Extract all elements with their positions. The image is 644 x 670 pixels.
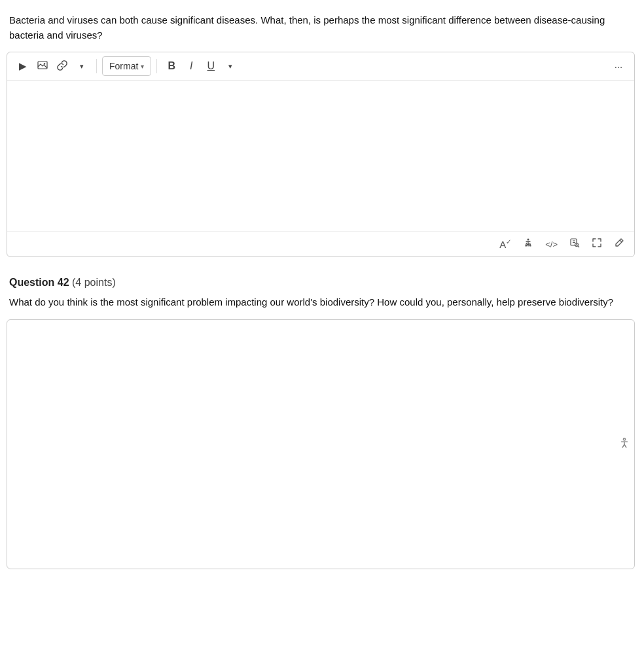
more-icon: ···	[615, 61, 623, 72]
question-42-number: Question 42	[9, 277, 69, 288]
side-icon-42[interactable]	[618, 437, 630, 451]
spellcheck-icon: A✓	[499, 238, 511, 250]
toolbar-group-format: B I U ▾	[162, 57, 240, 75]
bold-icon: B	[168, 60, 176, 72]
svg-line-14	[624, 444, 626, 448]
code-icon: </>	[545, 239, 558, 249]
italic-icon: I	[190, 60, 192, 72]
chevron-down-icon: ▾	[80, 62, 84, 71]
edit-icon	[614, 238, 624, 251]
accessibility-icon	[523, 238, 533, 251]
editor-41: ▶ ▾ Format ▾	[7, 52, 635, 257]
svg-line-9	[620, 240, 622, 242]
play-button[interactable]: ▶	[14, 57, 32, 75]
question-42-text: What do you think is the most significan…	[7, 295, 637, 310]
link-icon	[57, 60, 67, 73]
bottom-toolbar-41: A✓ </>	[7, 231, 634, 256]
code-button[interactable]: </>	[542, 238, 561, 251]
svg-line-8	[578, 246, 579, 247]
question-42-points: (4 points)	[72, 277, 116, 288]
underline-button[interactable]: U	[202, 57, 220, 75]
image-button[interactable]	[33, 57, 52, 75]
spellcheck-button[interactable]: A✓	[496, 236, 514, 252]
find-icon	[569, 238, 580, 251]
format-chevron-icon: ▾	[141, 63, 144, 70]
format-dropdown[interactable]: Format ▾	[102, 56, 151, 76]
answer-textarea-42[interactable]	[7, 320, 615, 569]
link-button[interactable]	[53, 57, 71, 75]
question-41-text: Bacteria and viruses can both cause sign…	[7, 13, 637, 43]
side-toolbar-42	[615, 320, 634, 569]
toolbar-group-media: ▶ ▾	[14, 57, 91, 75]
dropdown-arrow-button[interactable]: ▾	[73, 57, 91, 75]
more-options-button[interactable]: ···	[609, 57, 628, 75]
separator-1	[96, 59, 97, 73]
separator-2	[156, 59, 157, 73]
text-chevron-icon: ▾	[228, 62, 232, 71]
edit-button[interactable]	[611, 236, 628, 253]
fullscreen-button[interactable]	[588, 236, 605, 253]
answer-box-42	[7, 319, 635, 569]
accessibility-button[interactable]	[520, 236, 537, 253]
find-button[interactable]	[566, 236, 583, 253]
play-icon: ▶	[19, 60, 27, 72]
text-format-dropdown-button[interactable]: ▾	[221, 57, 240, 75]
fullscreen-icon	[592, 238, 602, 251]
svg-point-10	[623, 438, 625, 440]
italic-button[interactable]: I	[182, 57, 200, 75]
underline-icon: U	[207, 60, 215, 72]
svg-point-2	[528, 239, 529, 241]
editor-body-41[interactable]	[7, 80, 634, 231]
format-label: Format	[109, 61, 138, 71]
question-42-header: Question 42 (4 points)	[7, 277, 637, 289]
bold-button[interactable]: B	[162, 57, 181, 75]
image-icon	[37, 60, 48, 73]
toolbar-41: ▶ ▾ Format ▾	[7, 52, 634, 80]
svg-point-1	[44, 63, 45, 64]
